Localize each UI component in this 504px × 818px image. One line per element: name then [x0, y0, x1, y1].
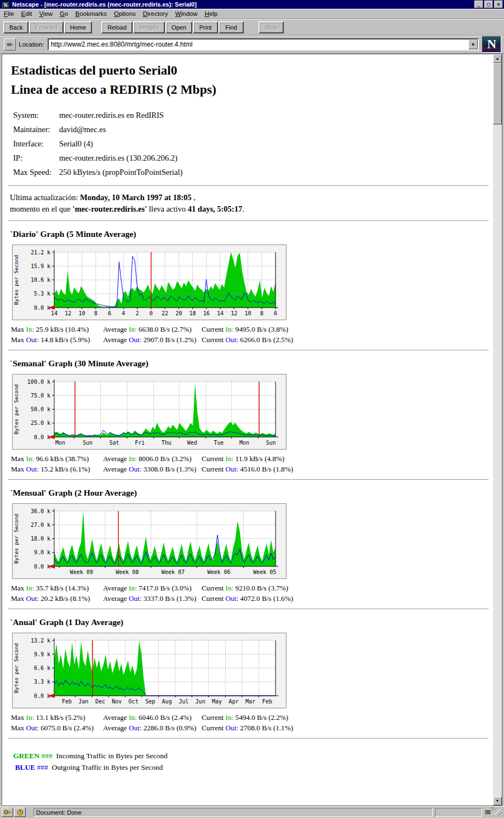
svg-text:Aug: Aug — [162, 698, 172, 705]
close-button[interactable]: × — [494, 1, 503, 8]
svg-text:Week 05: Week 05 — [253, 569, 276, 575]
mail-icon[interactable]: ✉? — [485, 808, 491, 816]
svg-text:Sat: Sat — [109, 440, 119, 446]
svg-text:Wed: Wed — [187, 440, 197, 446]
menu-help[interactable]: Help — [205, 10, 218, 17]
location-url[interactable]: http://www2.mec.es:8080/mrtg/mec-router.… — [49, 41, 468, 48]
svg-text:75.0 k: 75.0 k — [31, 392, 50, 398]
menu-bookmarks[interactable]: Bookmarks — [75, 10, 107, 17]
location-dropdown-icon[interactable]: ▼ — [468, 39, 478, 49]
menu-window[interactable]: Window — [175, 10, 198, 17]
svg-text:21.2 k: 21.2 k — [31, 249, 50, 255]
scroll-up-icon[interactable]: ▲ — [493, 54, 502, 63]
netscape-logo[interactable]: N — [482, 36, 501, 53]
table-row: System:mec-router.rediris.es en RedIRIS — [13, 109, 182, 123]
svg-text:Sun: Sun — [266, 440, 276, 446]
menu-directory[interactable]: Directory — [143, 10, 168, 17]
divider — [8, 738, 489, 739]
title-bar: N Netscape - [mec-router.rediris.es (mec… — [0, 0, 504, 9]
svg-text:Jun: Jun — [196, 698, 205, 705]
svg-text:Sep: Sep — [145, 698, 155, 705]
home-button[interactable]: Home — [64, 21, 92, 33]
svg-text:8: 8 — [94, 310, 98, 316]
status-text: Document: Done — [33, 808, 433, 817]
security-key-icon[interactable] — [2, 808, 13, 817]
svg-text:15.9 k: 15.9 k — [31, 263, 50, 269]
svg-text:10.6 k: 10.6 k — [31, 277, 50, 283]
menu-file[interactable]: File — [4, 10, 14, 17]
svg-text:Mar: Mar — [245, 698, 255, 705]
scrollbar-thumb[interactable] — [493, 63, 502, 124]
location-input[interactable]: http://www2.mec.es:8080/mrtg/mec-router.… — [48, 38, 479, 50]
table-row: Max Speed:250 kBytes/s (propPointToPoint… — [13, 166, 182, 180]
svg-text:Tue: Tue — [214, 440, 224, 446]
svg-text:9.9 k: 9.9 k — [34, 651, 50, 657]
find-button[interactable]: Find — [219, 21, 244, 33]
minimize-button[interactable]: _ — [474, 1, 483, 8]
svg-text:Mon: Mon — [239, 440, 249, 446]
menu-bar: File Edit View Go Bookmarks Options Dire… — [0, 9, 504, 19]
menu-view[interactable]: View — [39, 10, 53, 17]
svg-text:Oct: Oct — [129, 698, 139, 705]
scroll-down-icon[interactable]: ▼ — [493, 797, 502, 805]
svg-text:18: 18 — [189, 310, 196, 316]
svg-text:Nov: Nov — [112, 698, 122, 705]
divider — [8, 185, 489, 186]
svg-text:36.0 k: 36.0 k — [31, 508, 50, 514]
svg-text:0.0 k: 0.0 k — [34, 434, 50, 440]
system-info-table: System:mec-router.rediris.es en RedIRIS … — [13, 109, 182, 180]
svg-text:2: 2 — [135, 310, 139, 316]
svg-text:Mon: Mon — [55, 440, 65, 446]
progress-clock-icon — [14, 808, 26, 817]
svg-text:Jan: Jan — [78, 698, 88, 705]
yearly-stats: Max In: 13.1 kB/s (5.2%) Average In: 604… — [11, 713, 296, 732]
weekly-section-title: `Semanal' Graph (30 Minute Average) — [10, 359, 489, 368]
graph-legend: GREEN ### Incoming Traffic in Bytes per … — [13, 750, 489, 774]
svg-text:5.3 k: 5.3 k — [34, 291, 50, 297]
svg-text:0.0 k: 0.0 k — [34, 563, 50, 569]
svg-text:Dec: Dec — [95, 698, 105, 705]
images-button: Images — [133, 21, 165, 33]
weekly-graph-image: 100.0 k75.0 k50.0 k25.0 k0.0 kMonSunSatF… — [12, 374, 287, 450]
svg-text:8: 8 — [260, 310, 264, 316]
divider — [8, 350, 489, 351]
toolbar: Back Forward Home Reload Images Open Pri… — [0, 19, 504, 36]
svg-text:16: 16 — [203, 310, 210, 316]
vertical-scrollbar[interactable]: ▲ ▼ — [493, 54, 502, 805]
reload-button[interactable]: Reload — [101, 21, 133, 33]
svg-text:Fri: Fri — [135, 440, 145, 446]
svg-text:18.0 k: 18.0 k — [31, 536, 50, 542]
svg-text:22: 22 — [162, 310, 168, 316]
svg-text:12: 12 — [231, 310, 237, 316]
svg-text:3.3 k: 3.3 k — [34, 679, 50, 685]
legend-outgoing: BLUE ### Outgoing Traffic in Bytes per S… — [13, 762, 489, 774]
daily-section-title: `Diario' Graph (5 Minute Average) — [10, 229, 489, 239]
svg-text:9.0 k: 9.0 k — [34, 549, 50, 555]
svg-text:Week 06: Week 06 — [207, 569, 230, 575]
weekly-stats: Max In: 96.6 kB/s (38.7%) Average In: 80… — [11, 455, 296, 474]
table-row: Maintainer:david@mec.es — [13, 123, 182, 137]
open-button[interactable]: Open — [165, 21, 192, 33]
svg-text:Feb: Feb — [262, 698, 272, 705]
resize-grip[interactable] — [495, 809, 502, 816]
svg-text:13.2 k: 13.2 k — [31, 637, 50, 643]
svg-text:12: 12 — [65, 310, 71, 316]
svg-text:Bytes per Second: Bytes per Second — [13, 384, 19, 434]
menu-edit[interactable]: Edit — [21, 10, 32, 17]
location-bar: ✏ Location: http://www2.mec.es:8080/mrtg… — [0, 36, 504, 54]
back-button[interactable]: Back — [3, 21, 28, 33]
maximize-button[interactable]: □ — [484, 1, 493, 8]
print-button[interactable]: Print — [193, 21, 218, 33]
divider — [8, 609, 489, 610]
location-label: Location: — [19, 41, 44, 48]
yearly-graph-image: 13.2 k9.9 k6.6 k3.3 k0.0 kFebJanDecNovOc… — [12, 633, 287, 708]
menu-go[interactable]: Go — [60, 10, 68, 17]
yearly-section-title: `Anual' Graph (1 Day Average) — [10, 617, 489, 627]
svg-text:Week 09: Week 09 — [70, 569, 93, 575]
menu-options[interactable]: Options — [114, 10, 136, 17]
table-row: Interface:Serial0 (4) — [13, 137, 182, 151]
svg-text:Week 07: Week 07 — [162, 569, 185, 575]
svg-text:4: 4 — [122, 310, 125, 316]
svg-text:Bytes per Second: Bytes per Second — [13, 643, 19, 693]
forward-button: Forward — [29, 21, 63, 33]
